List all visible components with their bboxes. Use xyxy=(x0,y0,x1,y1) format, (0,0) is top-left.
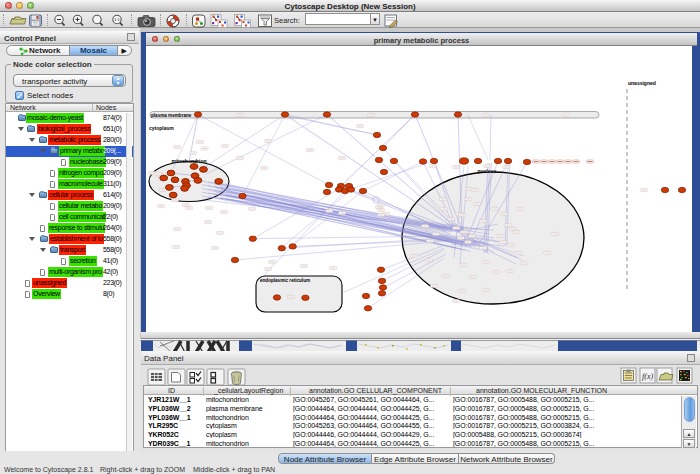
svg-text:cytoplasm: cytoplasm xyxy=(149,125,174,131)
svg-text:plasma membrane: plasma membrane xyxy=(151,113,192,118)
svg-text:1:1: 1:1 xyxy=(114,17,120,22)
svg-text:endoplasmic reticulum: endoplasmic reticulum xyxy=(260,278,310,283)
svg-text:unassigned: unassigned xyxy=(628,80,656,86)
svg-text:f(x): f(x) xyxy=(642,372,653,381)
